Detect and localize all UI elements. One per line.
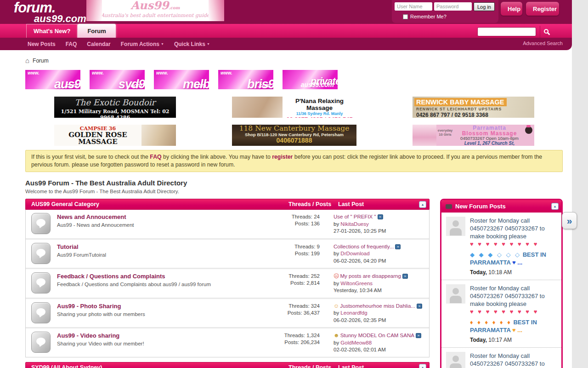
posts-count: Posts: 36,437 xyxy=(268,310,320,316)
last-post-date: 06-02-2026, 04:20 PM xyxy=(334,258,424,265)
forum-desc: Sharing your Video with our member! xyxy=(57,341,268,346)
last-post-title[interactable]: Collections of frequently... xyxy=(334,244,394,249)
password-input[interactable] xyxy=(434,2,472,11)
collapse-button[interactable]: ▴ xyxy=(551,203,559,210)
breadcrumb-forum[interactable]: Forum xyxy=(33,58,49,64)
last-post-title[interactable]: My posts are disappearng xyxy=(340,273,401,279)
go-last-post-icon[interactable]: » xyxy=(416,333,421,338)
faq-link[interactable]: FAQ xyxy=(150,154,161,160)
go-last-post-icon[interactable]: » xyxy=(378,214,383,219)
forum-link[interactable]: Aus99 - Photo Sharing xyxy=(57,303,268,310)
banner-suf: .com xyxy=(129,82,142,89)
avatar[interactable] xyxy=(446,352,465,368)
category-header: SYD99 (All About Sydney) Threads / Posts… xyxy=(25,362,430,368)
register-button[interactable]: Register xyxy=(526,2,559,16)
nav-faq[interactable]: FAQ xyxy=(66,41,77,47)
go-last-post-icon[interactable]: » xyxy=(417,304,422,309)
last-post-user[interactable]: GoldMeow88 xyxy=(340,340,372,345)
collapse-button[interactable]: ▴ xyxy=(419,201,426,208)
category-title[interactable]: SYD99 (All About Sydney) xyxy=(31,364,288,368)
double-chevron-icon: » xyxy=(567,215,572,226)
home-icon[interactable]: ⌂ xyxy=(25,57,29,64)
login-button[interactable]: Log in xyxy=(474,2,495,11)
header-banner-dotcom: .com xyxy=(169,6,180,10)
last-post-user[interactable]: Leonardfdg xyxy=(340,310,367,316)
sidebar-post: Roster for Monday call 0450723267 045073… xyxy=(441,348,561,368)
logo-line2: aus99.com xyxy=(34,14,86,24)
ad-pnana-massage[interactable]: P'Nana Relaxing Massage 11/36 Sydney Rd.… xyxy=(232,97,356,118)
last-post-title[interactable]: Use of " PREFIX " xyxy=(334,214,376,219)
threads-count: Threads: 1,324 xyxy=(268,332,320,339)
post-link[interactable]: Roster for Monday call 0450723267 045073… xyxy=(470,217,545,240)
post-date: Today, xyxy=(470,337,487,343)
main: AUS99 General Category Threads / Posts L… xyxy=(25,199,572,368)
page-title: Aus99 Forum - The Best Australia Adult D… xyxy=(25,179,572,187)
nav-quick-links-label: Quick Links xyxy=(174,41,205,47)
nav-calendar[interactable]: Calendar xyxy=(87,41,110,47)
banner-private-aus99[interactable]: private. aus99.com xyxy=(283,70,338,89)
remember-me-checkbox[interactable] xyxy=(403,14,408,19)
header-banner-title: Aus99.com xyxy=(86,0,224,13)
post-link-continued[interactable]: ♦ ♦ ♦ ♦ ♦ ♦ BEST IN PARRAMATTA ♥ ... xyxy=(470,318,558,334)
last-post-user[interactable]: NikitaDuesy xyxy=(340,221,368,227)
last-post-date: 27-01-2026, 10:25 PM xyxy=(334,228,424,235)
avatar[interactable] xyxy=(446,284,465,304)
banner-bris99[interactable]: www. bris99 .com xyxy=(218,70,273,89)
forum-link[interactable]: News and Annoucement xyxy=(57,213,268,220)
ad-canterbury-massage[interactable]: 118 New Canterbury Massage Shop B/118-12… xyxy=(232,125,356,146)
forum-stats: Threads: 1,324 Posts: 206,234 xyxy=(268,332,320,354)
username-input[interactable] xyxy=(395,2,432,11)
hearts-emoji-row: ♥ ♥ ♥ ♥ ♥ ♥ ♥ ♥ ♥ xyxy=(470,308,558,316)
forum-stats: Threads: 9 Posts: 199 xyxy=(268,243,320,265)
banner-aus99[interactable]: www. aus99 .com xyxy=(25,70,80,89)
ad-exotic-boudoir[interactable]: The Exotic Boudoir 1/521 Military Road, … xyxy=(54,97,176,118)
ad-phone: 0406071888 xyxy=(232,137,356,144)
caret-down-icon: ▼ xyxy=(207,42,210,46)
nav-quick-links[interactable]: Quick Links▼ xyxy=(174,41,210,47)
search-input[interactable] xyxy=(477,27,536,36)
banner-syd99[interactable]: www. syd99 .com xyxy=(90,70,145,89)
last-post-title[interactable]: Stunny MODEL On CAM SANA xyxy=(340,333,414,338)
avatar[interactable] xyxy=(446,217,465,236)
sidebar-header: New Forum Posts ▴ xyxy=(441,200,561,213)
col-threads-posts: Threads / Posts xyxy=(288,201,338,207)
sidebar-toggle-button[interactable]: » xyxy=(562,212,577,229)
banner-melb99[interactable]: www. melb99 .com xyxy=(154,70,209,89)
last-post-user[interactable]: DrDownload xyxy=(340,251,369,256)
breadcrumb: ⌂ Forum xyxy=(25,57,49,64)
forum-desc: Sharing your photo with our members xyxy=(57,311,268,317)
ad-renwick-massage[interactable]: RENWICK BABY MASSAGE RENWICK ST LEICHHAR… xyxy=(413,97,534,118)
post-date: Today, xyxy=(470,269,487,276)
site-logo[interactable]: forum. aus99.com xyxy=(14,0,86,24)
search-button[interactable] xyxy=(540,26,554,38)
last-post-user[interactable]: WiltonGreens xyxy=(340,281,373,286)
help-button[interactable]: Help xyxy=(501,2,522,16)
tab-whats-new[interactable]: What's New? xyxy=(26,24,78,38)
speech-bubble-icon xyxy=(446,204,452,209)
header-ad-banner[interactable]: Aus99.com Australia's best adult enterta… xyxy=(86,0,224,21)
go-last-post-icon[interactable]: » xyxy=(402,274,408,279)
nav-new-posts[interactable]: New Posts xyxy=(28,41,56,47)
banner-pre: www. xyxy=(156,70,168,75)
by-label: by xyxy=(334,340,339,345)
ad-photo xyxy=(141,125,176,146)
heart-emoji: ♥ ... xyxy=(512,327,522,334)
page: forum. aus99.com Aus99.com Australia's b… xyxy=(0,0,572,368)
tab-forum[interactable]: Forum xyxy=(78,24,115,38)
ad-golden-rose-massage[interactable]: CAMPSIE 36 GOLDEN ROSE MASSAGE 36 NORTH … xyxy=(54,125,176,146)
advanced-search-link[interactable]: Advanced Search xyxy=(523,40,563,46)
register-link[interactable]: register xyxy=(272,154,293,160)
forum-link[interactable]: Tutorial xyxy=(57,243,268,250)
post-link[interactable]: Roster for Monday call 0450723267 045073… xyxy=(470,285,545,307)
go-last-post-icon[interactable]: » xyxy=(395,244,401,249)
forum-link[interactable]: Feedback / Questions and Complaints xyxy=(57,273,268,280)
forum-link[interactable]: Aus99 - Video sharing xyxy=(57,332,268,339)
ad-blossom-massage[interactable]: everyday 10 Girls Parramatta Blossom Mas… xyxy=(413,125,534,146)
nav-forum-actions[interactable]: Forum Actions▼ xyxy=(121,41,164,47)
last-post-title[interactable]: Justsomehourhoe miss Dahlia... xyxy=(340,303,415,309)
posts-count: Posts: 2,814 xyxy=(268,280,320,287)
category-title[interactable]: AUS99 General Category xyxy=(31,201,288,207)
collapse-button[interactable]: ▴ xyxy=(419,364,426,368)
post-link-continued[interactable]: ◆ ◆ ◆ ◇ ◇ ◇ BEST IN PARRAMATTA ♥ ... xyxy=(470,251,558,266)
post-link[interactable]: Roster for Monday call 0450723267 045073… xyxy=(470,352,545,368)
